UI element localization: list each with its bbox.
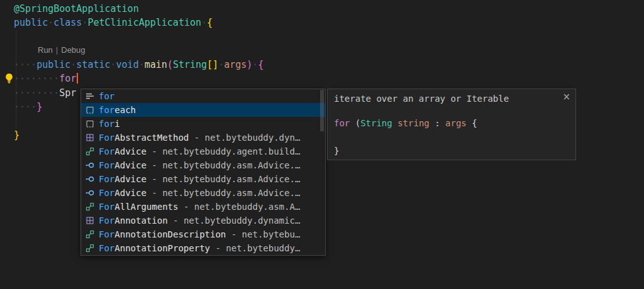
docs-code-line: for (String string : args {: [334, 118, 477, 128]
suggest-item-label: ForAdvice: [99, 160, 147, 170]
suggest-scrollbar[interactable]: [319, 89, 325, 255]
suggest-item-detail: - net.bytebuddy.dynamic…: [168, 215, 301, 226]
suggest-item-label: ForAnnotationDescription: [99, 229, 226, 239]
keyword-icon: [85, 91, 95, 101]
snippet-icon: [85, 119, 95, 129]
suggest-item-detail: - net.bytebu…: [226, 229, 300, 239]
code-line-close-class[interactable]: }: [14, 129, 19, 141]
codelens-run-link[interactable]: Run: [38, 45, 53, 55]
suggest-item[interactable]: ForAnnotation - net.bytebuddy.dynamic…: [81, 214, 325, 227]
suggest-item-label: ForAdvice: [99, 146, 147, 156]
suggest-list: forforeachforiForAbstractMethod - net.by…: [81, 89, 325, 255]
suggest-item-label: ForAdvice: [99, 174, 147, 184]
docs-code-line: }: [334, 146, 339, 156]
docs-summary-text: iterate over an array or Iterable: [334, 94, 509, 104]
code-line-for-typed[interactable]: ········for: [14, 72, 78, 85]
structure-icon: [85, 133, 95, 143]
class-icon: [85, 146, 95, 156]
codelens: Run|Debug: [38, 45, 86, 55]
suggest-item-label: ForAdvice: [99, 188, 147, 198]
suggest-item[interactable]: ForAbstractMethod - net.bytebuddy.dyn…: [81, 131, 325, 144]
suggest-item-detail: - net.bytebuddy.asm.Advice.…: [147, 174, 300, 184]
suggest-item-label: ForAbstractMethod: [99, 133, 189, 143]
suggest-item[interactable]: ForAnnotationDescription - net.bytebu…: [81, 227, 325, 241]
suggest-item-detail: - net.bytebuddy.asm.A…: [178, 202, 300, 212]
suggest-item-detail: - net.bytebuddy.dyn…: [189, 133, 300, 143]
suggest-item[interactable]: ForAdvice - net.bytebuddy.asm.Advice.…: [81, 172, 325, 186]
suggest-item[interactable]: foreach: [81, 103, 325, 117]
suggest-scrollbar-thumb[interactable]: [320, 90, 324, 131]
lightbulb-icon[interactable]: [4, 73, 14, 84]
code-line-annotation[interactable]: @SpringBootApplication: [14, 3, 139, 15]
suggest-item-label: for: [99, 91, 114, 101]
class-icon: [85, 243, 95, 253]
suggest-item[interactable]: ForAdvice - net.bytebuddy.asm.Advice.…: [81, 158, 325, 172]
suggest-item-detail: - net.bytebuddy.agent.build…: [147, 146, 300, 156]
code-line-main-declaration[interactable]: ····public·static·void·main(String[]·arg…: [14, 58, 264, 71]
code-line-class-declaration[interactable]: public·class·PetClinicApplication·{: [14, 16, 213, 29]
suggest-docs-panel: iterate over an array or Iterable × for …: [327, 89, 576, 160]
interface-icon: [85, 188, 95, 198]
suggest-widget: forforeachforiForAbstractMethod - net.by…: [80, 89, 326, 256]
class-icon: [85, 202, 95, 212]
suggest-item[interactable]: fori: [81, 117, 325, 131]
suggest-item[interactable]: ForAllArguments - net.bytebuddy.asm.A…: [81, 200, 325, 214]
class-icon: [85, 229, 95, 239]
suggest-item-label: ForAllArguments: [99, 202, 178, 212]
snippet-icon: [85, 105, 95, 115]
interface-icon: [85, 174, 95, 184]
codelens-separator: |: [56, 45, 58, 55]
structure-icon: [85, 215, 95, 226]
suggest-item[interactable]: for: [81, 89, 325, 103]
suggest-item-label: ForAnnotationProperty: [99, 243, 210, 253]
codelens-debug-link[interactable]: Debug: [61, 45, 85, 55]
code-line-close-main[interactable]: ····}: [14, 101, 42, 113]
suggest-item[interactable]: ForAdvice - net.bytebuddy.agent.build…: [81, 144, 325, 158]
close-icon[interactable]: ×: [562, 91, 570, 102]
suggest-item-detail: - net.bytebuddy…: [210, 243, 300, 253]
suggest-item-label: fori: [99, 119, 120, 129]
suggest-item-label: ForAnnotation: [99, 215, 168, 226]
suggest-item[interactable]: ForAdvice - net.bytebuddy.asm.Advice.…: [81, 186, 325, 200]
suggest-item-label: foreach: [99, 105, 136, 115]
interface-icon: [85, 160, 95, 170]
suggest-item-detail: - net.bytebuddy.asm.Advice.…: [147, 188, 300, 198]
suggest-item[interactable]: ForAnnotationProperty - net.bytebuddy…: [81, 241, 325, 255]
code-line-spr-typed[interactable]: ········Spr: [14, 87, 76, 99]
code-editor: @SpringBootApplication public·class·PetC…: [0, 0, 644, 289]
suggest-item-detail: - net.bytebuddy.asm.Advice.…: [147, 160, 300, 170]
